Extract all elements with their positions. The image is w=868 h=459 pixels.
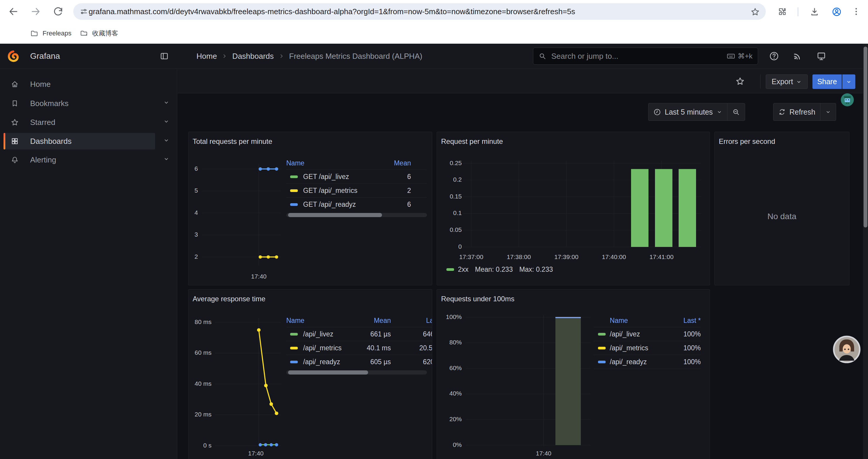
zoom-out-icon: [732, 108, 740, 116]
bookmark-star-icon[interactable]: [750, 7, 760, 17]
legend-row[interactable]: /api/_livez 100%: [593, 327, 701, 341]
svg-text:17:38:00: 17:38:00: [507, 254, 531, 260]
refresh-label: Refresh: [789, 108, 815, 117]
toolbar-divider: [798, 7, 798, 16]
zoom-out-button[interactable]: [727, 103, 745, 121]
chevron-down-icon: [796, 79, 802, 85]
site-settings-icon[interactable]: [80, 7, 88, 15]
folder-icon: [80, 29, 88, 37]
search-box[interactable]: ⌘+k: [533, 47, 758, 65]
help-icon[interactable]: [769, 51, 779, 61]
legend-item-2xx[interactable]: 2xx Mean: 0.233 Max: 0.233: [446, 266, 553, 273]
share-button[interactable]: Share: [812, 74, 842, 89]
home-icon: [11, 80, 19, 88]
breadcrumb-current: Freeleaps Metrics Dashboard (ALPHA): [289, 52, 423, 61]
legend-row[interactable]: /api/_metrics 100%: [593, 341, 701, 355]
chevron-down-icon[interactable]: [163, 118, 169, 125]
legend-col-mean[interactable]: Mean: [394, 159, 411, 167]
refresh-group: Refresh: [773, 103, 836, 121]
series-color-pill: [290, 189, 298, 192]
grafana-logo[interactable]: [7, 50, 20, 62]
chevron-down-icon: [846, 79, 852, 85]
page-scrollbar-thumb[interactable]: [864, 47, 867, 227]
svg-text:2: 2: [194, 253, 198, 260]
bookmark-icon: [11, 99, 19, 107]
legend-scrollbar-thumb[interactable]: [288, 370, 368, 374]
bell-icon: [11, 156, 19, 164]
legend-row[interactable]: /api/_readyz 605 µs 620 µs: [286, 355, 432, 369]
chevron-down-icon[interactable]: [163, 156, 169, 162]
legend-row[interactable]: /api/_readyz 100%: [593, 355, 701, 369]
grafana-header: Grafana Home Dashboards Freeleaps Metric…: [0, 44, 868, 69]
reload-icon[interactable]: [53, 6, 64, 17]
refresh-interval-button[interactable]: [820, 103, 836, 121]
bookmark-folder-freeleaps[interactable]: Freeleaps: [26, 27, 75, 40]
legend-row[interactable]: /api/_metrics 40.1 ms 20.5 ms: [286, 341, 432, 355]
extensions-icon[interactable]: [777, 7, 786, 17]
legend-row[interactable]: GET /api/_readyz 6: [286, 198, 427, 211]
chevron-down-icon[interactable]: [163, 137, 169, 143]
time-range-picker[interactable]: Last 5 minutes: [649, 103, 727, 121]
legend-col-last[interactable]: Last *: [683, 317, 701, 325]
sidebar-item-label: Home: [30, 80, 51, 89]
url-input[interactable]: [88, 7, 745, 17]
actions-divider: [760, 74, 761, 89]
legend-col-mean[interactable]: Mean: [355, 317, 391, 325]
favorite-star-icon[interactable]: [735, 76, 745, 86]
panel-errors-per-second: Errors per second No data: [714, 132, 849, 285]
legend-scrollbar[interactable]: [286, 213, 427, 217]
browser-toolbar: [0, 0, 868, 23]
dock-menu-icon[interactable]: [159, 52, 169, 61]
legend-col-name[interactable]: Name: [286, 159, 304, 167]
legend-col-name[interactable]: Name: [286, 317, 355, 325]
svg-text:100%: 100%: [446, 314, 462, 320]
sidebar-item-home[interactable]: Home: [4, 76, 155, 93]
download-icon[interactable]: [809, 7, 819, 17]
assistant-avatar[interactable]: [833, 335, 861, 364]
news-rss-icon[interactable]: [793, 51, 802, 61]
legend-row[interactable]: GET /api/_metrics 2: [286, 184, 427, 198]
browser-menu-icon[interactable]: [851, 7, 861, 16]
breadcrumb: Home Dashboards Freeleaps Metrics Dashbo…: [196, 44, 422, 68]
legend-row[interactable]: GET /api/_livez 6: [286, 170, 427, 184]
sidebar-nav: Home Bookmarks Starred Dashboards Alerti…: [0, 69, 177, 459]
user-avatar[interactable]: [841, 93, 854, 106]
panel-title[interactable]: Errors per second: [719, 137, 775, 145]
share-menu-button[interactable]: [842, 74, 855, 89]
sidebar-item-dashboards[interactable]: Dashboards: [4, 133, 155, 150]
svg-text:0%: 0%: [453, 441, 462, 448]
legend-table: Name Mean Last * /api/_livez 661 µs 646 …: [286, 314, 432, 374]
legend-col-name[interactable]: Name: [610, 317, 628, 325]
bookmark-folder-blogs[interactable]: 收藏博客: [75, 27, 122, 40]
series-color-pill: [598, 361, 606, 363]
profile-icon[interactable]: [832, 7, 842, 17]
forward-icon[interactable]: [30, 6, 41, 17]
chevron-down-icon[interactable]: [163, 99, 169, 106]
request-per-minute-chart: 0.250.20.150.10.05017:37:0017:38:0017:39…: [437, 132, 710, 285]
breadcrumb-dashboards[interactable]: Dashboards: [232, 52, 274, 61]
svg-text:17:37:00: 17:37:00: [459, 254, 483, 260]
export-button[interactable]: Export: [766, 74, 808, 89]
url-bar[interactable]: [73, 3, 766, 20]
search-input[interactable]: [551, 52, 722, 61]
panel-avg-response-time: Average response time 80 ms60 ms40 ms20 …: [188, 289, 432, 459]
sidebar-item-bookmarks[interactable]: Bookmarks: [4, 95, 155, 112]
legend-col-last[interactable]: Last *: [391, 317, 432, 325]
time-range-label: Last 5 minutes: [665, 108, 713, 117]
svg-text:17:40:00: 17:40:00: [602, 254, 626, 260]
legend-row[interactable]: /api/_livez 661 µs 646 µs: [286, 327, 432, 341]
sidebar-item-alerting[interactable]: Alerting: [4, 152, 155, 168]
svg-text:0.15: 0.15: [450, 193, 462, 200]
sidebar-item-starred[interactable]: Starred: [4, 114, 155, 131]
svg-text:20%: 20%: [450, 416, 462, 422]
legend-scrollbar[interactable]: [286, 370, 427, 374]
refresh-button[interactable]: Refresh: [773, 103, 820, 121]
breadcrumb-home[interactable]: Home: [196, 52, 217, 61]
back-icon[interactable]: [8, 6, 19, 17]
svg-text:4: 4: [194, 209, 198, 216]
sidebar-item-label: Alerting: [30, 155, 56, 165]
star-icon: [11, 118, 19, 126]
brand-label[interactable]: Grafana: [30, 44, 60, 68]
legend-scrollbar-thumb[interactable]: [288, 213, 382, 217]
kiosk-monitor-icon[interactable]: [816, 51, 826, 61]
